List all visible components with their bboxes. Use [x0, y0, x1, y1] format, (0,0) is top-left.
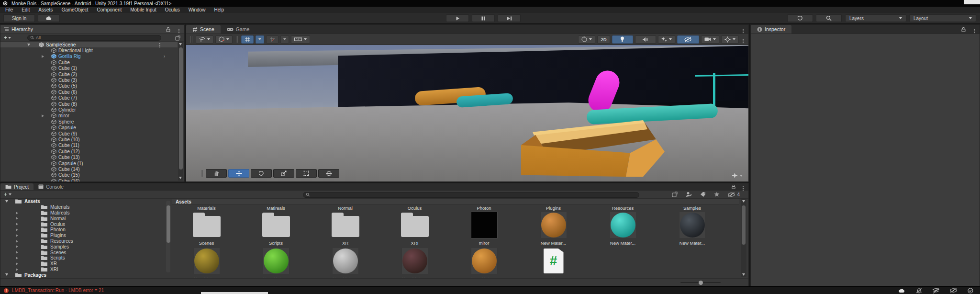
expand-arrow-icon[interactable]: [16, 240, 18, 243]
hierarchy-item-cube-3[interactable]: Cube (3): [0, 77, 178, 83]
hierarchy-search-input[interactable]: [36, 35, 158, 40]
tab-console[interactable]: Console: [33, 183, 68, 190]
asset-new-mater[interactable]: New Mater...: [172, 247, 241, 278]
hierarchy-item-gorilla-rig[interactable]: Gorilla Rig›: [0, 54, 178, 59]
sign-in-button[interactable]: Sign in: [3, 14, 35, 22]
tree-scrollbar[interactable]: [166, 201, 170, 272]
menu-file[interactable]: File: [1, 7, 17, 13]
hierarchy-item-samplescene[interactable]: SampleScene: [0, 42, 178, 47]
expand-arrow-icon[interactable]: [16, 217, 18, 220]
project-tree-normal[interactable]: Normal: [0, 215, 165, 221]
asset-v[interactable]: #V: [519, 247, 588, 278]
hierarchy-item-miror[interactable]: miror: [0, 113, 178, 119]
notifications-muted-icon[interactable]: [916, 288, 922, 294]
scroll-up-icon[interactable]: [742, 200, 745, 203]
layers-dropdown[interactable]: Layers: [845, 14, 906, 22]
hierarchy-item-capsule-1[interactable]: Capsule (1): [0, 160, 178, 166]
hierarchy-item-cube-11[interactable]: Cube (11): [0, 143, 178, 148]
hierarchy-item-cube-13[interactable]: Cube (13): [0, 154, 178, 160]
panel-menu-icon[interactable]: [974, 29, 975, 30]
cloud-button[interactable]: [38, 14, 60, 22]
orange-box-object[interactable]: [521, 120, 665, 177]
status-ok-icon[interactable]: [968, 288, 973, 294]
asset-new-mater[interactable]: New Mater...: [657, 211, 727, 246]
hierarchy-item-cube-5[interactable]: Cube (5): [0, 83, 178, 89]
asset-label-oculus[interactable]: Oculus: [380, 205, 449, 211]
step-button[interactable]: [498, 14, 521, 22]
project-tree-scenes[interactable]: Scenes: [0, 249, 165, 255]
undo-history-button[interactable]: [787, 14, 813, 22]
search-button[interactable]: [816, 14, 842, 22]
scene-viewport[interactable]: [186, 45, 748, 181]
panel-menu-icon[interactable]: [743, 29, 744, 30]
asset-new-mater[interactable]: New Mater...: [311, 247, 380, 278]
orientation-toggle[interactable]: [215, 35, 233, 44]
cloud-status-icon[interactable]: [898, 288, 905, 293]
add-dropdown-icon[interactable]: [8, 37, 11, 39]
asset-new-mater[interactable]: New Mater...: [449, 247, 519, 278]
scene-toolbar-menu-icon[interactable]: [743, 39, 744, 40]
move-tool[interactable]: [228, 169, 249, 178]
hierarchy-item-capsule[interactable]: Capsule: [0, 124, 178, 130]
project-tree-materials[interactable]: Materials: [0, 204, 165, 210]
2d-toggle[interactable]: 2D: [597, 35, 610, 44]
item-menu-icon[interactable]: [159, 43, 160, 44]
shading-mode-dropdown[interactable]: [578, 35, 595, 44]
expand-arrow-icon[interactable]: [16, 262, 18, 265]
tab-inspector[interactable]: Inspector: [751, 25, 791, 34]
hierarchy-item-cube[interactable]: Cube: [0, 59, 178, 65]
project-search-input[interactable]: [312, 192, 636, 197]
view-hand-tool[interactable]: [206, 169, 227, 178]
toolbar-drag-handle[interactable]: [190, 36, 192, 43]
hidden-objects-toggle[interactable]: [677, 35, 699, 44]
increment-snap-toggle[interactable]: [266, 35, 278, 44]
scale-tool[interactable]: [273, 169, 294, 178]
expand-arrow-icon[interactable]: [16, 257, 18, 260]
asset-new-mater[interactable]: New Mater...: [588, 211, 657, 246]
project-tree-packages[interactable]: Packages: [0, 272, 165, 278]
status-bar[interactable]: ! LMDB_Transaction::Run - LMDB error = 2…: [0, 286, 980, 294]
expand-arrow-icon[interactable]: [16, 268, 18, 271]
project-tree-scripts[interactable]: Scripts: [0, 255, 165, 261]
asset-label-samples[interactable]: Samples: [657, 205, 727, 211]
asset-scripts[interactable]: Scripts: [241, 211, 311, 246]
layers-muted-icon[interactable]: [933, 288, 939, 294]
hierarchy-item-cylinder[interactable]: Cylinder: [0, 107, 178, 113]
asset-xri[interactable]: XRI: [380, 211, 449, 246]
project-tree-assets[interactable]: Assets: [0, 199, 165, 204]
hierarchy-item-cube-12[interactable]: Cube (12): [0, 148, 178, 154]
asset-label-resources[interactable]: Resources: [588, 205, 657, 211]
hierarchy-item-cube-7[interactable]: Cube (7): [0, 95, 178, 101]
expand-arrow-icon[interactable]: [5, 200, 8, 203]
project-tree-matireals[interactable]: Matireals: [0, 210, 165, 216]
expand-arrow-icon[interactable]: [16, 212, 18, 215]
open-window-icon[interactable]: [175, 35, 180, 41]
asset-label-materials[interactable]: Materials: [172, 205, 241, 211]
expand-arrow-icon[interactable]: [16, 223, 18, 226]
scroll-down-icon[interactable]: [742, 273, 745, 276]
project-tree-resources[interactable]: Resources: [0, 238, 165, 244]
menu-help[interactable]: Help: [210, 7, 228, 13]
hidden-packages-toggle[interactable]: 4: [728, 192, 740, 197]
project-tree-samples[interactable]: Samples: [0, 244, 165, 249]
hierarchy-item-cube-10[interactable]: Cube (10): [0, 136, 178, 142]
hierarchy-scrollbar[interactable]: [178, 42, 183, 181]
prefab-open-icon[interactable]: ›: [164, 54, 165, 59]
search-by-label-icon[interactable]: [700, 192, 706, 197]
expand-arrow-icon[interactable]: [27, 44, 30, 46]
project-tree-photon[interactable]: Photon: [0, 227, 165, 233]
menu-oculus[interactable]: Oculus: [161, 7, 184, 13]
lighting-toggle[interactable]: [612, 35, 633, 44]
menu-assets[interactable]: Assets: [34, 7, 57, 13]
hierarchy-item-cube-8[interactable]: Cube (8): [0, 101, 178, 107]
hierarchy-item-cube-15[interactable]: Cube (15): [0, 172, 178, 178]
add-icon[interactable]: +: [4, 34, 7, 41]
slider-knob[interactable]: [699, 281, 703, 285]
hierarchy-item-cube-6[interactable]: Cube (6): [0, 89, 178, 95]
layout-dropdown[interactable]: Layout: [909, 14, 976, 22]
project-tree-xr[interactable]: XR: [0, 261, 165, 267]
thumbnail-size-slider[interactable]: [680, 282, 721, 283]
asset-label-normal[interactable]: Normal: [311, 205, 380, 211]
lock-icon[interactable]: [961, 27, 966, 32]
panel-menu-icon[interactable]: [743, 186, 744, 187]
